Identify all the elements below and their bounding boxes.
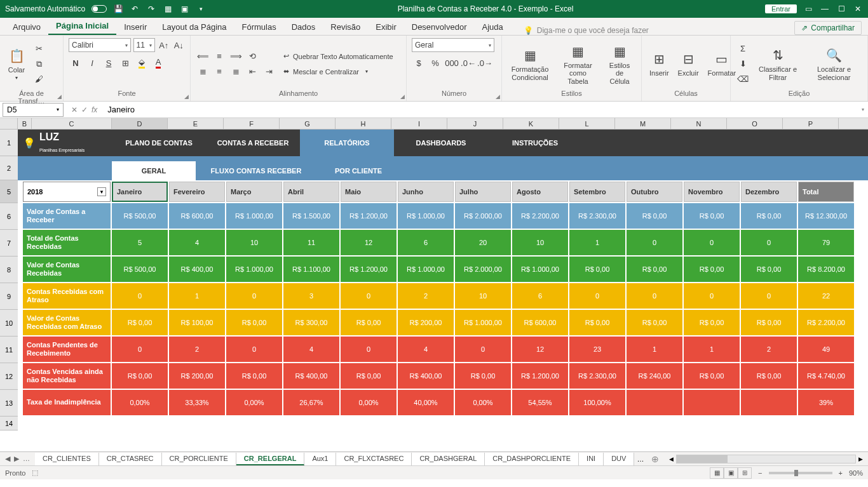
merge-center-button[interactable]: ⬌Mesclar e Centralizar▾ [280,65,401,79]
data-cell[interactable]: 26,67% [283,390,339,415]
data-cell[interactable]: 39% [798,390,854,415]
data-cell[interactable]: R$ 300,00 [283,310,339,335]
data-cell[interactable]: 0 [112,283,168,309]
align-left-icon[interactable]: ≣ [196,65,210,79]
font-dialog-icon[interactable]: ◢ [184,93,189,100]
align-dialog-icon[interactable]: ◢ [400,93,405,100]
data-cell[interactable]: R$ 0,00 [226,310,282,335]
col-header[interactable]: E [168,118,224,129]
close-icon[interactable]: ✕ [853,4,863,14]
subnav-geral[interactable]: GERAL [112,161,196,180]
data-cell[interactable]: R$ 12.300,00 [798,203,854,229]
data-cell[interactable]: R$ 0,00 [341,363,397,389]
border-icon[interactable]: ⊞ [118,56,132,70]
data-cell[interactable]: R$ 1.000,00 [398,257,454,282]
data-cell[interactable]: R$ 0,00 [112,310,168,335]
number-dialog-icon[interactable]: ◢ [496,93,500,100]
data-cell[interactable]: R$ 600,00 [512,310,568,335]
redo-icon[interactable]: ↷ [146,4,156,14]
row-header[interactable]: 2 [0,156,18,180]
row-header[interactable]: 11 [0,337,18,363]
data-cell[interactable]: R$ 2.300,00 [569,363,625,389]
expand-fbar-icon[interactable]: ▾ [858,107,868,112]
bold-icon[interactable]: N [69,56,83,70]
data-cell[interactable]: R$ 1.000,00 [512,257,568,282]
share-button[interactable]: ⇗Compartilhar [794,21,862,35]
data-cell[interactable]: R$ 1.000,00 [226,203,282,229]
data-cell[interactable]: 20 [455,230,511,255]
enter-fx-icon[interactable]: ✓ [81,105,88,114]
grow-font-icon[interactable]: A↑ [158,38,170,52]
data-cell[interactable]: R$ 1.000,00 [455,310,511,335]
data-cell[interactable]: R$ 2.200,00 [798,310,854,335]
currency-icon[interactable]: $ [412,56,426,70]
align-bottom-icon[interactable]: ⟹ [229,50,243,63]
nav-instrucoes[interactable]: INSTRUÇÕES [488,130,582,156]
zoom-level[interactable]: 90% [849,469,863,477]
data-cell[interactable]: R$ 1.100,00 [283,257,339,282]
data-cell[interactable]: R$ 0,00 [684,310,740,335]
month-header[interactable]: Agosto [512,182,568,202]
data-cell[interactable]: R$ 1.200,00 [341,257,397,282]
data-cell[interactable]: R$ 2.300,00 [569,203,625,229]
data-cell[interactable]: 3 [283,283,339,309]
sheet-prev-icon[interactable]: ◀ [5,455,10,463]
data-cell[interactable]: R$ 1.200,00 [512,363,568,389]
data-cell[interactable]: 54,55% [512,390,568,415]
cut-icon[interactable]: ✂ [32,42,46,56]
row-header[interactable]: 6 [0,203,18,230]
view-layout-icon[interactable]: ▣ [724,467,738,479]
data-cell[interactable]: 1 [169,283,225,309]
data-cell[interactable]: 0,00% [341,390,397,415]
tab-revisao[interactable]: Revisão [323,19,368,35]
data-cell[interactable]: R$ 1.500,00 [283,203,339,229]
col-header[interactable]: M [615,118,671,129]
qat-icon-2[interactable]: ▣ [179,4,189,14]
data-cell[interactable]: R$ 2.200,00 [512,203,568,229]
font-size-combo[interactable]: 11▾ [133,38,156,52]
percent-icon[interactable]: % [428,56,442,70]
data-cell[interactable]: 10 [455,283,511,309]
clipboard-dialog-icon[interactable]: ◢ [57,93,62,100]
italic-icon[interactable]: I [85,56,99,70]
sheet-tab[interactable]: CR_RELGERAL [236,453,305,465]
zoom-out-icon[interactable]: − [758,469,762,477]
sheet-tab[interactable]: CR_FLXCTASREC [336,453,412,465]
month-header[interactable]: Maio [341,182,397,202]
data-cell[interactable]: 2 [741,337,797,362]
subnav-cliente[interactable]: POR CLIENTE [316,161,400,180]
subnav-fluxo[interactable]: FLUXO CONTAS RECEBER [196,161,316,180]
format-table-button[interactable]: ▦Formatar como Tabela [557,41,599,86]
data-cell[interactable]: 0 [684,230,740,255]
col-header[interactable]: F [224,118,280,129]
data-cell[interactable] [627,390,682,415]
data-cell[interactable]: 10 [226,230,282,255]
save-icon[interactable]: 💾 [113,4,123,14]
data-cell[interactable]: 40,00% [398,390,454,415]
comma-icon[interactable]: 000 [445,56,459,70]
wrap-text-button[interactable]: ↩Quebrar Texto Automaticamente [280,50,401,63]
data-cell[interactable]: R$ 8.200,00 [798,257,854,282]
view-normal-icon[interactable]: ▦ [710,467,724,479]
month-header[interactable]: Abril [283,182,339,202]
data-cell[interactable]: R$ 0,00 [569,310,625,335]
data-cell[interactable]: 1 [569,230,625,255]
data-cell[interactable]: R$ 2.000,00 [455,203,511,229]
tab-formulas[interactable]: Fórmulas [234,19,284,35]
data-cell[interactable]: 1 [627,337,682,362]
data-cell[interactable]: 100,00% [569,390,625,415]
data-cell[interactable]: 0,00% [226,390,282,415]
month-header[interactable]: Março [226,182,282,202]
data-cell[interactable]: 4 [169,230,225,255]
data-cell[interactable]: R$ 0,00 [684,203,740,229]
nav-contas[interactable]: CONTAS A RECEBER [206,130,300,156]
data-cell[interactable]: 6 [512,283,568,309]
data-cell[interactable] [684,390,740,415]
col-header[interactable]: I [391,118,447,129]
sheet-tab[interactable]: INI [579,453,604,465]
dec-decimal-icon[interactable]: .0→ [478,56,492,70]
month-header[interactable]: Julho [455,182,511,202]
data-cell[interactable]: 0 [226,283,282,309]
data-cell[interactable]: 5 [112,230,168,255]
sheet-next-icon[interactable]: ▶ [14,455,19,463]
